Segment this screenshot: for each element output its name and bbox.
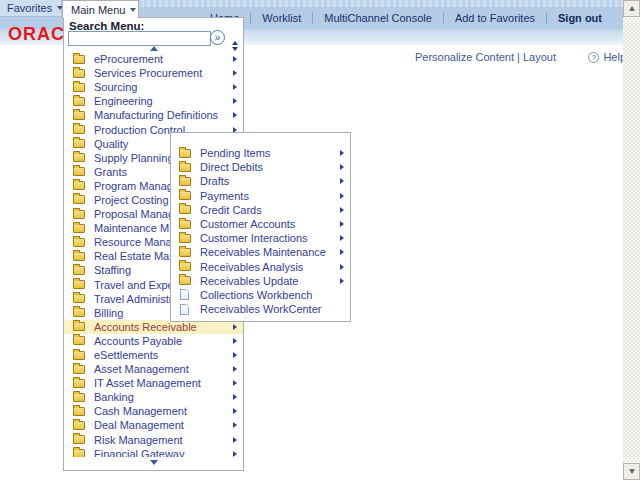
submenu-arrow-icon [233,422,237,428]
menu-item[interactable]: eSettlements [64,348,243,362]
submenu-item-label: Pending Items [200,147,270,159]
submenu-item[interactable]: Pending Items [171,146,350,160]
submenu-item[interactable]: Drafts [171,174,350,188]
personalize-links: Personalize Content | Layout [415,51,556,63]
submenu-item[interactable]: Receivables WorkCenter [171,302,350,315]
main-menu-tab[interactable]: Main Menu [62,0,139,18]
submenu-item-label: Drafts [200,175,229,187]
submenu-item[interactable]: Customer Accounts [171,217,350,231]
menu-item[interactable]: Cash Management [64,404,243,418]
search-go-button[interactable]: » [210,30,225,45]
menu-scroll-up-arrow[interactable] [64,46,243,51]
menu-item-label: Quality [94,138,128,150]
folder-icon [73,224,85,233]
menu-item[interactable]: Manufacturing Definitions [64,108,243,122]
submenu-item[interactable]: Credit Cards [171,203,350,217]
menu-scroll-down-arrow[interactable] [64,460,243,465]
submenu-item[interactable]: Receivables Maintenance [171,245,350,259]
personalize-content-link[interactable]: Personalize Content [415,51,514,63]
scrollbar-down-button[interactable] [623,463,640,480]
menu-item[interactable]: Sourcing [64,80,243,94]
menu-item-label: Accounts Payable [94,335,182,347]
favorites-menu-tab[interactable]: Favorites [0,0,62,17]
folder-icon [73,69,85,78]
submenu-arrow-icon [340,178,344,184]
folder-icon [179,220,191,229]
submenu-item-label: Collections Workbench [200,289,312,301]
menu-item[interactable]: eProcurement [64,52,243,66]
submenu-item[interactable]: Direct Debits [171,160,350,174]
submenu-item[interactable]: Collections Workbench [171,288,350,302]
submenu-item-label: Receivables Analysis [200,261,303,273]
menu-item[interactable]: Financial Gateway [64,447,243,457]
folder-icon [73,210,85,219]
submenu-item[interactable]: Customer Interactions [171,231,350,245]
menu-item-label: IT Asset Management [94,377,201,389]
folder-icon [73,421,85,430]
peoplesoft-window: HomeWorklistMultiChannel ConsoleAdd to F… [0,0,640,480]
menu-item[interactable]: Risk Management [64,433,243,447]
folder-icon [73,83,85,92]
menu-item[interactable]: Engineering [64,94,243,108]
submenu-arrow-icon [233,98,237,104]
menu-item-label: Risk Management [94,434,183,446]
menu-item[interactable]: Accounts Payable [64,334,243,348]
menu-item-label: Staffing [94,264,131,276]
submenu-arrow-icon [340,221,344,227]
submenu-arrow-icon [340,207,344,213]
folder-icon [73,97,85,106]
menu-item-label: eSettlements [94,349,158,361]
folder-icon [73,238,85,247]
submenu-arrow-icon [340,235,344,241]
folder-icon [73,336,85,345]
submenu-arrow-icon [233,437,237,443]
submenu-arrow-icon [233,84,237,90]
folder-icon [73,153,85,162]
document-icon [180,304,189,315]
chevron-down-icon [130,8,136,12]
layout-link[interactable]: Layout [523,51,556,63]
submenu-arrow-icon [233,408,237,414]
vertical-scrollbar[interactable] [623,0,640,480]
menu-item[interactable]: Asset Management [64,362,243,376]
folder-icon [179,177,191,186]
folder-icon [73,308,85,317]
menu-item-label: Supply Planning [94,152,174,164]
folder-icon [179,205,191,214]
submenu-item[interactable]: Receivables Update [171,274,350,288]
folder-icon [73,351,85,360]
menu-item[interactable]: IT Asset Management [64,376,243,390]
folder-icon [73,407,85,416]
folder-icon [73,195,85,204]
folder-icon [73,280,85,289]
scrollbar-up-button[interactable] [623,0,640,17]
submenu-item[interactable]: Payments [171,189,350,203]
menu-item[interactable]: Services Procurement [64,66,243,80]
submenu-arrow-icon [233,338,237,344]
submenu-item-label: Customer Interactions [200,232,308,244]
menu-search-input[interactable] [68,31,211,46]
folder-icon [73,181,85,190]
menu-item-label: Cash Management [94,405,187,417]
accounts-receivable-submenu: Pending Items Direct Debits Drafts Payme… [170,132,351,322]
menu-item-label: Deal Management [94,419,184,431]
folder-icon [73,55,85,64]
submenu-arrow-icon [233,366,237,372]
submenu-arrow-icon [340,164,344,170]
submenu-arrow-icon [340,249,344,255]
portal-nav-link[interactable]: Add to Favorites [443,12,546,24]
submenu-list: Pending Items Direct Debits Drafts Payme… [171,146,350,315]
portal-nav-link[interactable]: Sign out [546,12,613,24]
portal-nav-link[interactable]: Worklist [250,12,312,24]
menu-item[interactable]: Banking [64,390,243,404]
folder-icon [179,163,191,172]
menu-item[interactable]: Deal Management [64,418,243,432]
menu-item-label: Financial Gateway [94,448,185,457]
folder-icon [179,234,191,243]
submenu-item-label: Direct Debits [200,161,263,173]
submenu-arrow-icon [233,451,237,457]
submenu-item[interactable]: Receivables Analysis [171,260,350,274]
help-link[interactable]: ? Help [588,51,626,63]
portal-nav-link[interactable]: MultiChannel Console [312,12,443,24]
folder-icon [73,125,85,134]
